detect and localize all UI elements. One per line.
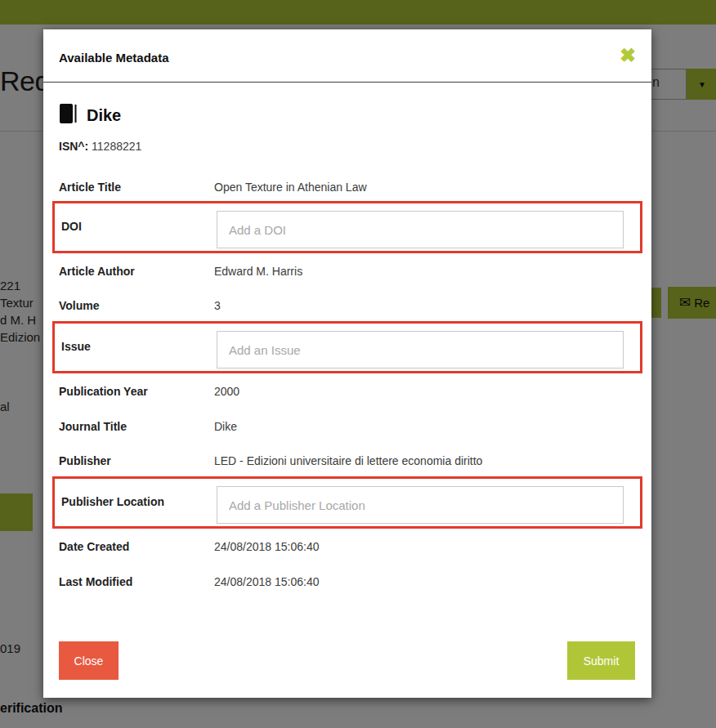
field-row-article-author: Article Author Edward M. Harris <box>59 265 636 278</box>
field-label: Last Modified <box>59 575 214 588</box>
field-row-journal-title: Journal Title Dike <box>59 420 636 433</box>
highlight-box-issue: Issue <box>52 321 642 373</box>
publisher-location-input[interactable] <box>217 486 624 524</box>
isn-line: ISN^: 11288221 <box>59 140 141 153</box>
isn-value: 11288221 <box>92 140 141 153</box>
field-label: Article Title <box>59 181 214 194</box>
field-label: Publisher <box>59 454 214 467</box>
field-label: Publisher Location <box>61 495 164 508</box>
close-button[interactable]: Close <box>59 641 119 680</box>
close-icon[interactable]: ✖ <box>620 46 636 65</box>
isn-label: ISN^: <box>59 140 88 153</box>
issue-input[interactable] <box>217 331 624 368</box>
doi-input[interactable] <box>217 211 624 248</box>
field-row-last-modified: Last Modified 24/08/2018 15:06:40 <box>59 575 636 588</box>
book-icon <box>59 103 78 128</box>
field-value: 2000 <box>214 385 239 398</box>
highlight-box-doi: DOI <box>52 201 642 253</box>
field-label: Publication Year <box>59 385 214 398</box>
field-label: Journal Title <box>59 420 214 433</box>
highlight-box-publisher-location: Publisher Location <box>52 476 642 529</box>
field-value: Open Texture in Athenian Law <box>214 181 367 194</box>
field-label: Issue <box>61 340 91 353</box>
modal-header-divider <box>43 82 651 83</box>
field-row-article-title: Article Title Open Texture in Athenian L… <box>59 181 636 194</box>
field-value: 24/08/2018 15:06:40 <box>214 540 319 553</box>
field-row-date-created: Date Created 24/08/2018 15:06:40 <box>59 540 636 553</box>
field-value: 24/08/2018 15:06:40 <box>214 575 319 588</box>
field-label: Volume <box>59 299 214 312</box>
field-label: Article Author <box>59 265 214 278</box>
submit-button[interactable]: Submit <box>567 641 635 680</box>
record-title: Dike <box>87 106 121 125</box>
field-label: DOI <box>61 220 82 233</box>
field-row-publication-year: Publication Year 2000 <box>59 385 636 398</box>
field-value: Dike <box>214 420 237 433</box>
available-metadata-modal: Available Metadata ✖ Dike ISN^: 11288221… <box>43 29 651 698</box>
field-value: Edward M. Harris <box>214 265 302 278</box>
field-label: Date Created <box>59 540 214 553</box>
field-row-publisher: Publisher LED - Edizioni universitaire d… <box>59 454 636 467</box>
field-value: 3 <box>214 299 221 312</box>
field-row-volume: Volume 3 <box>59 299 636 312</box>
modal-title: Available Metadata <box>59 51 169 65</box>
page: Req n ▼ 221 Textur d M. H Edizion al 019… <box>0 0 716 728</box>
field-value: LED - Edizioni universitaire di lettere … <box>214 454 482 467</box>
